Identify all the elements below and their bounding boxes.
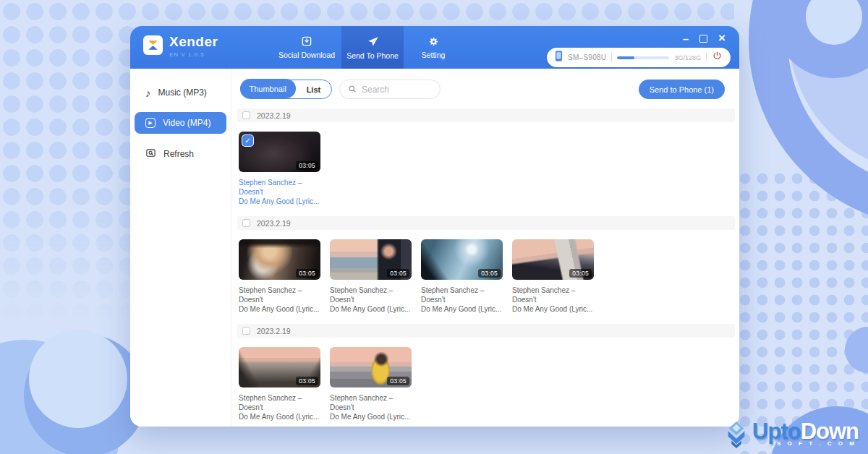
video-title[interactable]: Stephen Sanchez – Doesn't Do Me Any Good… xyxy=(330,286,412,314)
video-group: 2023.2.19 03:05 Stephen Sanchez – Doesn'… xyxy=(237,324,735,421)
app-brand: Xender EN V 1.0.5 xyxy=(143,34,218,58)
main-content: Thumbnail List Send to Phone (1) 2023.2.… xyxy=(232,69,739,427)
maximize-button[interactable] xyxy=(699,33,707,43)
xender-window: Xender EN V 1.0.5 Social Download xyxy=(130,26,739,427)
music-note-icon: ♪ xyxy=(145,87,151,99)
sidebar-item-refresh[interactable]: Refresh xyxy=(135,143,226,165)
send-to-phone-button[interactable]: Send to Phone (1) xyxy=(639,80,725,99)
video-card[interactable]: 03:05 Stephen Sanchez – Doesn't Do Me An… xyxy=(239,347,320,421)
video-sections: 2023.2.19 ✓ 03:05 Stephen Sanchez – Does… xyxy=(237,108,735,432)
video-thumbnail[interactable]: 03:05 xyxy=(239,347,320,387)
sidebar-item-video[interactable]: ▶ Video (MP4) xyxy=(135,112,226,134)
date-label: 2023.2.19 xyxy=(257,111,291,120)
video-card[interactable]: 03:05 Stephen Sanchez – Doesn't Do Me An… xyxy=(512,239,594,314)
sidebar-item-label: Refresh xyxy=(163,149,194,159)
sidebar-item-music[interactable]: ♪ Music (MP3) xyxy=(135,82,226,103)
download-box-icon xyxy=(301,35,312,47)
tab-setting[interactable]: Setting xyxy=(404,26,463,69)
sidebar: ♪ Music (MP3) ▶ Video (MP4) Refresh xyxy=(130,69,231,427)
device-model: SM–S908U xyxy=(568,53,607,61)
disconnect-power-icon[interactable] xyxy=(712,51,723,64)
video-group: 2023.2.19 03:05 Stephen Sanchez – Doesn'… xyxy=(237,216,735,314)
video-card[interactable]: ✓ 03:05 Stephen Sanchez – Doesn't Do Me … xyxy=(239,132,320,206)
video-play-icon: ▶ xyxy=(145,118,156,128)
sidebar-item-label: Video (MP4) xyxy=(163,118,210,128)
video-title[interactable]: Stephen Sanchez – Doesn't Do Me Any Good… xyxy=(512,286,594,314)
app-version: EN V 1.0.5 xyxy=(169,51,218,58)
tab-label: Send To Phone xyxy=(346,51,399,60)
video-thumbnail[interactable]: 03:05 xyxy=(421,239,503,280)
tab-social-download[interactable]: Social Download xyxy=(272,26,341,69)
duration-badge: 03:05 xyxy=(387,377,409,385)
gear-icon xyxy=(428,36,439,47)
duration-badge: 03:05 xyxy=(296,377,318,385)
paper-plane-icon xyxy=(367,35,379,48)
uptodown-arrow-icon xyxy=(723,421,750,451)
date-checkbox[interactable] xyxy=(242,327,250,335)
date-row[interactable]: 2023.2.19 xyxy=(237,324,735,338)
decor-crescent-inner xyxy=(29,330,127,428)
date-row[interactable]: 2023.2.19 xyxy=(237,108,735,122)
video-thumbnail[interactable]: ✓ 03:05 xyxy=(239,132,320,172)
video-card[interactable]: 03:05 Stephen Sanchez – Doesn't Do Me An… xyxy=(421,239,503,314)
video-title[interactable]: Stephen Sanchez – Doesn't Do Me Any Good… xyxy=(421,286,503,314)
minimize-button[interactable]: – xyxy=(683,33,689,43)
video-thumbnail[interactable]: 03:05 xyxy=(512,239,594,280)
video-title[interactable]: Stephen Sanchez – Doesn't Do Me Any Good… xyxy=(330,393,412,421)
app-name: Xender xyxy=(169,34,218,50)
tab-send-to-phone[interactable]: Send To Phone xyxy=(341,26,404,69)
tab-label: Setting xyxy=(422,51,446,59)
duration-badge: 03:05 xyxy=(296,161,318,170)
duration-badge: 03:05 xyxy=(387,269,409,278)
view-toggle: Thumbnail List xyxy=(240,80,332,99)
search-icon xyxy=(348,83,357,96)
uptodown-logo: UptoDown S O F T . C O M xyxy=(723,421,859,451)
search-input[interactable] xyxy=(362,85,430,95)
view-list-button[interactable]: List xyxy=(296,85,331,94)
maximize-icon xyxy=(699,35,707,43)
video-title[interactable]: Stephen Sanchez – Doesn't Do Me Any Good… xyxy=(239,178,320,206)
view-thumbnail-button[interactable]: Thumbnail xyxy=(240,79,296,98)
card-row: 03:05 Stephen Sanchez – Doesn't Do Me An… xyxy=(239,239,735,314)
storage-progress xyxy=(617,56,669,59)
date-checkbox[interactable] xyxy=(242,219,250,227)
card-row: ✓ 03:05 Stephen Sanchez – Doesn't Do Me … xyxy=(239,132,735,206)
sidebar-item-label: Music (MP3) xyxy=(158,87,207,98)
date-label: 2023.2.19 xyxy=(257,219,291,228)
window-header: Xender EN V 1.0.5 Social Download xyxy=(130,26,739,69)
video-title[interactable]: Stephen Sanchez – Doesn't Do Me Any Good… xyxy=(239,393,320,421)
selected-check-icon[interactable]: ✓ xyxy=(242,134,254,147)
video-thumbnail[interactable]: 03:05 xyxy=(239,239,320,280)
connected-device-pill: SM–S908U 3G/128G xyxy=(547,48,731,67)
duration-badge: 03:05 xyxy=(569,269,592,278)
refresh-folder-icon xyxy=(145,147,156,160)
date-checkbox[interactable] xyxy=(242,111,250,119)
storage-progress-fill xyxy=(617,56,634,59)
search-box xyxy=(339,80,441,99)
window-controls: – × xyxy=(683,33,726,43)
duration-badge: 03:05 xyxy=(296,269,318,278)
phone-icon xyxy=(555,50,563,65)
wordmark-subtitle: S O F T . C O M xyxy=(752,440,859,447)
video-thumbnail[interactable]: 03:05 xyxy=(330,347,412,387)
header-nav: Social Download Send To Phone xyxy=(272,26,463,69)
video-title[interactable]: Stephen Sanchez – Doesn't Do Me Any Good… xyxy=(239,286,320,314)
close-button[interactable]: × xyxy=(718,33,726,43)
device-storage: 3G/128G xyxy=(674,54,701,61)
video-group: 2023.2.19 ✓ 03:05 Stephen Sanchez – Does… xyxy=(237,108,735,206)
video-card[interactable]: 03:05 Stephen Sanchez – Doesn't Do Me An… xyxy=(330,239,412,314)
divider xyxy=(611,53,612,62)
video-card[interactable]: 03:05 Stephen Sanchez – Doesn't Do Me An… xyxy=(330,347,412,421)
video-thumbnail[interactable]: 03:05 xyxy=(330,239,412,280)
divider xyxy=(706,53,707,62)
tab-label: Social Download xyxy=(278,51,335,59)
xender-logo-icon xyxy=(143,35,163,55)
duration-badge: 03:05 xyxy=(478,269,501,278)
uptodown-wordmark: UptoDown S O F T . C O M xyxy=(752,421,859,447)
date-label: 2023.2.19 xyxy=(257,327,291,335)
card-row: 03:05 Stephen Sanchez – Doesn't Do Me An… xyxy=(239,347,735,421)
date-row[interactable]: 2023.2.19 xyxy=(237,216,735,230)
video-card[interactable]: 03:05 Stephen Sanchez – Doesn't Do Me An… xyxy=(239,239,320,314)
